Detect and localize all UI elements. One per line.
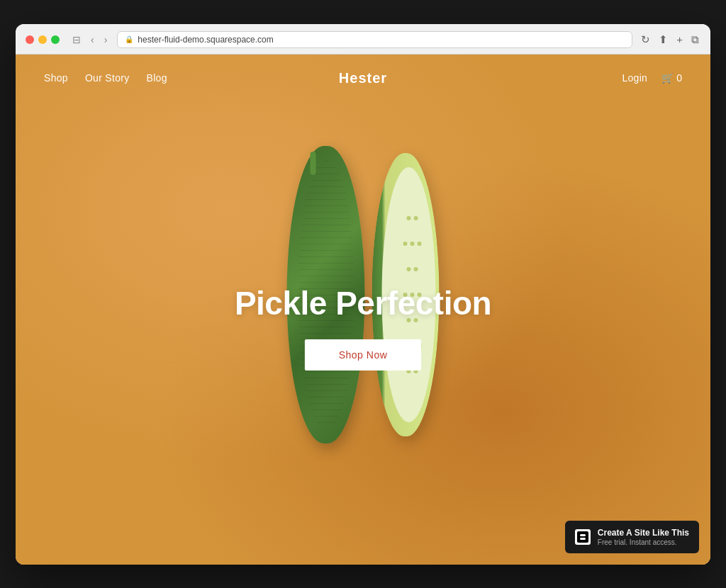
nav-right: Login 🛒 0 bbox=[469, 72, 682, 84]
squarespace-badge[interactable]: Create A Site Like This Free trial. Inst… bbox=[565, 521, 699, 553]
fullscreen-button[interactable] bbox=[51, 35, 60, 44]
site-navigation: Shop Our Story Blog Hester Login 🛒 0 bbox=[16, 55, 710, 102]
close-button[interactable] bbox=[26, 35, 34, 44]
traffic-lights bbox=[26, 35, 60, 44]
minimize-button[interactable] bbox=[38, 35, 47, 44]
seed bbox=[403, 242, 407, 246]
cart-count: 0 bbox=[676, 72, 682, 84]
seed bbox=[406, 216, 411, 220]
nav-blog-link[interactable]: Blog bbox=[147, 72, 167, 84]
new-tab-button[interactable]: + bbox=[675, 32, 684, 47]
nav-shop-link[interactable]: Shop bbox=[44, 72, 68, 84]
browser-actions: ↻ ⬆ + ⧉ bbox=[640, 32, 700, 47]
address-bar[interactable]: 🔒 hester-fluid-demo.squarespace.com bbox=[117, 31, 632, 48]
back-button[interactable]: ‹ bbox=[88, 33, 97, 47]
browser-chrome: ⊟ ‹ › 🔒 hester-fluid-demo.squarespace.co… bbox=[16, 24, 710, 55]
browser-window: ⊟ ‹ › 🔒 hester-fluid-demo.squarespace.co… bbox=[16, 24, 710, 565]
seed-row bbox=[406, 267, 418, 271]
nav-login-link[interactable]: Login bbox=[622, 72, 647, 84]
nav-cart-link[interactable]: 🛒 0 bbox=[661, 72, 682, 84]
nav-center: Hester bbox=[257, 70, 469, 86]
site-logo: Hester bbox=[339, 70, 387, 86]
seed bbox=[413, 267, 418, 271]
nav-our-story-link[interactable]: Our Story bbox=[85, 72, 130, 84]
squarespace-logo-icon bbox=[575, 529, 591, 545]
badge-text-block: Create A Site Like This Free trial. Inst… bbox=[598, 528, 689, 546]
seed bbox=[413, 216, 418, 220]
forward-button[interactable]: › bbox=[101, 33, 111, 47]
website-content: Shop Our Story Blog Hester Login 🛒 0 bbox=[16, 55, 710, 565]
seed bbox=[410, 242, 414, 246]
sidebar-toggle-button[interactable]: ⊟ bbox=[69, 33, 84, 47]
seed bbox=[417, 242, 421, 246]
hero-text-block: Pickle Perfection Shop Now bbox=[235, 284, 491, 371]
browser-controls: ⊟ ‹ › bbox=[69, 33, 110, 47]
seed bbox=[406, 267, 411, 271]
lock-icon: 🔒 bbox=[125, 35, 133, 43]
svg-rect-0 bbox=[577, 531, 588, 543]
shop-now-button[interactable]: Shop Now bbox=[305, 339, 422, 371]
reload-button[interactable]: ↻ bbox=[640, 32, 652, 47]
hero-headline: Pickle Perfection bbox=[235, 284, 491, 322]
seed-row bbox=[406, 216, 418, 220]
badge-subtitle: Free trial. Instant access. bbox=[598, 538, 689, 546]
nav-left: Shop Our Story Blog bbox=[44, 72, 257, 84]
seed-row bbox=[403, 242, 421, 246]
badge-title: Create A Site Like This bbox=[598, 528, 689, 538]
url-text: hester-fluid-demo.squarespace.com bbox=[138, 35, 273, 45]
cart-icon: 🛒 bbox=[661, 72, 674, 84]
windows-button[interactable]: ⧉ bbox=[690, 32, 700, 47]
share-button[interactable]: ⬆ bbox=[657, 32, 669, 47]
